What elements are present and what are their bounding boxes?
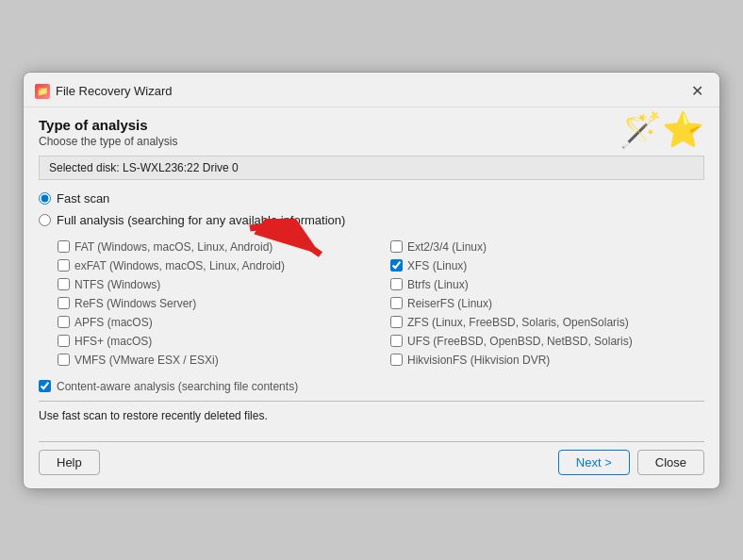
fs-ext234-checkbox[interactable] xyxy=(390,240,403,253)
full-analysis-label: Full analysis (searching for any availab… xyxy=(57,213,345,227)
dialog-header: Type of analysis Choose the type of anal… xyxy=(24,107,719,156)
fs-refs-checkbox[interactable] xyxy=(58,297,70,309)
fs-zfs[interactable]: ZFS (Linux, FreeBSD, Solaris, OpenSolari… xyxy=(390,314,704,331)
fast-scan-option[interactable]: Fast scan xyxy=(39,191,704,206)
content-aware-option[interactable]: Content-aware analysis (searching file c… xyxy=(39,380,704,393)
fs-btrfs-checkbox[interactable] xyxy=(390,278,403,290)
fs-btrfs[interactable]: Btrfs (Linux) xyxy=(390,276,704,293)
footer-right-buttons: Next > Close xyxy=(558,450,704,475)
close-window-button[interactable]: ✕ xyxy=(685,80,708,103)
dialog: 📁 File Recovery Wizard ✕ Type of analysi… xyxy=(23,72,720,489)
fs-reiserfs[interactable]: ReiserFS (Linux) xyxy=(390,295,704,312)
full-analysis-option[interactable]: Full analysis (searching for any availab… xyxy=(39,213,704,227)
fs-exfat-checkbox[interactable] xyxy=(58,259,70,272)
full-analysis-radio[interactable] xyxy=(39,214,51,226)
title-bar-left: 📁 File Recovery Wizard xyxy=(35,84,173,99)
fs-fat[interactable]: FAT (Windows, macOS, Linux, Android) xyxy=(58,239,372,255)
fs-apfs-checkbox[interactable] xyxy=(58,316,70,328)
fs-reiserfs-checkbox[interactable] xyxy=(390,297,403,309)
fs-fat-checkbox[interactable] xyxy=(58,240,70,253)
fs-hikvision-checkbox[interactable] xyxy=(390,354,403,366)
dialog-title: File Recovery Wizard xyxy=(56,84,173,98)
fs-ntfs[interactable]: NTFS (Windows) xyxy=(58,276,372,293)
header-text: Type of analysis Choose the type of anal… xyxy=(39,117,177,148)
fs-ufs[interactable]: UFS (FreeBSD, OpenBSD, NetBSD, Solaris) xyxy=(390,333,704,350)
content-aware-checkbox[interactable] xyxy=(39,380,51,392)
heading: Type of analysis xyxy=(39,117,177,133)
wizard-icon: 🪄⭐ xyxy=(619,113,704,147)
dialog-footer: Help Next > Close xyxy=(24,442,719,488)
fs-vmfs-checkbox[interactable] xyxy=(58,354,70,366)
fast-scan-label: Fast scan xyxy=(57,191,109,206)
fs-zfs-checkbox[interactable] xyxy=(390,316,403,328)
filesystem-grid: FAT (Windows, macOS, Linux, Android) Ext… xyxy=(58,235,704,372)
close-button[interactable]: Close xyxy=(637,450,704,475)
fs-hfsplus[interactable]: HFS+ (macOS) xyxy=(58,333,372,350)
fs-xfs[interactable]: XFS (Linux) xyxy=(390,257,704,274)
next-button[interactable]: Next > xyxy=(558,450,630,475)
fs-apfs[interactable]: APFS (macOS) xyxy=(58,314,372,331)
fs-xfs-checkbox[interactable] xyxy=(390,259,403,272)
fs-refs[interactable]: ReFS (Windows Server) xyxy=(58,295,372,312)
content-aware-label: Content-aware analysis (searching file c… xyxy=(57,380,298,393)
title-bar: 📁 File Recovery Wizard ✕ xyxy=(24,73,719,107)
dialog-body: Selected disk: LS-WXL236:22 Drive 0 Fast… xyxy=(24,156,719,441)
fs-vmfs[interactable]: VMFS (VMware ESX / ESXi) xyxy=(58,352,372,369)
help-button[interactable]: Help xyxy=(39,450,100,475)
app-icon: 📁 xyxy=(35,84,50,99)
fs-ntfs-checkbox[interactable] xyxy=(58,278,70,290)
subheading: Choose the type of analysis xyxy=(39,135,177,148)
fs-ufs-checkbox[interactable] xyxy=(390,335,403,347)
selected-disk-label: Selected disk: LS-WXL236:22 Drive 0 xyxy=(39,156,704,180)
fs-hikvision[interactable]: HikvisionFS (Hikvision DVR) xyxy=(390,352,704,369)
fs-exfat[interactable]: exFAT (Windows, macOS, Linux, Android) xyxy=(58,257,372,274)
divider xyxy=(39,401,704,402)
info-text: Use fast scan to restore recently delete… xyxy=(39,409,704,422)
fs-hfsplus-checkbox[interactable] xyxy=(58,335,70,347)
fast-scan-radio[interactable] xyxy=(39,192,51,205)
fs-ext234[interactable]: Ext2/3/4 (Linux) xyxy=(390,239,704,255)
